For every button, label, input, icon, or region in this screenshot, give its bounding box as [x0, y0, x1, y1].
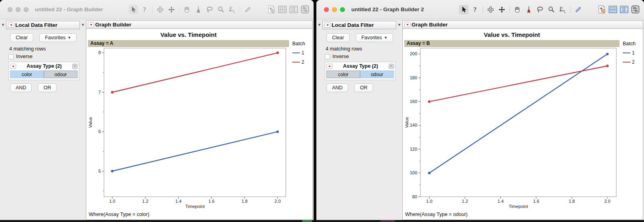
clear-button[interactable]: Clear — [10, 33, 33, 42]
grabber-tool[interactable] — [513, 5, 522, 14]
data-table-button[interactable] — [608, 5, 618, 14]
red-triangle-menu-icon[interactable] — [326, 64, 332, 69]
close-icon[interactable]: ✕ — [389, 64, 394, 69]
plot-area[interactable]: 56781.01.21.41.61.82.0Value — [88, 47, 289, 204]
titlebar[interactable]: untitled 22 - Graph Builder 2 — [316, 0, 644, 19]
crosshair-tool[interactable] — [558, 5, 567, 14]
help-tool[interactable] — [470, 5, 480, 14]
selection-tool[interactable] — [486, 5, 495, 14]
toolbar-separator — [179, 6, 179, 13]
filter-body: Clear Favorites▼ 4 matching rows Inverse… — [322, 29, 396, 96]
filter-value-odour[interactable]: odour — [360, 71, 394, 78]
move-tool[interactable] — [167, 5, 176, 14]
legend-item[interactable]: 1 — [292, 50, 312, 56]
pencil-icon — [575, 6, 582, 13]
grabber-tool[interactable] — [182, 5, 192, 14]
minimize-button[interactable] — [16, 7, 20, 12]
filter-panel-title: Local Data Filter — [15, 22, 57, 28]
filter-value-color[interactable]: color — [326, 71, 360, 78]
red-triangle-menu-icon[interactable] — [324, 22, 330, 28]
plot-area[interactable]: 801001201401601802001.01.21.41.61.82.0Va… — [404, 47, 620, 204]
lasso-tool[interactable] — [535, 5, 545, 14]
legend-title: Batch — [292, 41, 312, 46]
legend-line-swatch — [292, 62, 300, 63]
crosshair-tool[interactable] — [227, 5, 237, 14]
local-data-filter-panel: Local Data Filter Clear Favorites▼ 4 mat… — [6, 21, 80, 220]
toolbar-separator — [509, 6, 510, 13]
toolbar — [128, 5, 314, 14]
window-title: untitled 22 - Graph Builder — [35, 6, 103, 12]
legend-item[interactable]: 2 — [623, 59, 642, 65]
zoom-button[interactable] — [340, 7, 345, 12]
selection-tool[interactable] — [155, 5, 165, 14]
columns-viewer-button[interactable] — [289, 5, 298, 14]
chart-title: Value vs. Timepoint — [88, 30, 289, 39]
close-button[interactable] — [324, 7, 329, 12]
collapse-triangle-icon[interactable]: ▼ — [318, 23, 321, 220]
annotate-tool[interactable] — [573, 5, 583, 14]
red-triangle-menu-icon[interactable] — [8, 22, 14, 28]
matching-rows-text: 4 matching rows — [326, 46, 396, 52]
filter-value-odour[interactable]: odour — [44, 71, 77, 78]
graph-panel-title: Graph Builder — [95, 22, 131, 28]
svg-text:1.0: 1.0 — [426, 199, 432, 204]
preferences-button[interactable] — [300, 5, 310, 14]
filter-collapse-gutter: ▼ — [0, 21, 6, 220]
annotate-tool[interactable] — [243, 5, 253, 14]
arrow-tool[interactable] — [128, 5, 138, 14]
background-desktop-strip — [0, 220, 644, 222]
inverse-checkbox[interactable] — [8, 54, 14, 59]
magnifier-tool[interactable] — [546, 5, 556, 14]
graph-body: Value vs. Timepoint Assay = B 8010012014… — [403, 29, 643, 220]
minimize-button[interactable] — [332, 7, 337, 12]
red-triangle-menu-icon[interactable] — [88, 22, 94, 27]
close-button[interactable] — [8, 7, 12, 12]
collapse-triangle-icon[interactable]: ▼ — [81, 23, 85, 220]
red-triangle-menu-icon[interactable] — [404, 22, 410, 27]
favorites-button[interactable]: Favorites▼ — [39, 33, 77, 42]
data-table-icon — [608, 5, 618, 14]
graph-panel-header: Graph Builder — [86, 20, 313, 29]
data-table-button[interactable] — [277, 5, 287, 14]
svg-text:1.0: 1.0 — [109, 199, 115, 204]
brush-icon — [525, 6, 532, 13]
zoom-button[interactable] — [24, 7, 29, 12]
journal-button[interactable] — [266, 5, 276, 14]
panel-label-bar: Assay = A — [88, 40, 289, 47]
legend: Batch 1 2 — [620, 30, 642, 210]
favorites-button[interactable]: Favorites▼ — [356, 33, 393, 42]
arrow-tool[interactable] — [459, 5, 469, 14]
preferences-button[interactable] — [630, 5, 640, 14]
filter-value-color[interactable]: color — [10, 71, 44, 78]
lasso-icon — [536, 6, 544, 13]
or-button[interactable]: OR — [38, 83, 57, 92]
question-icon — [141, 6, 148, 13]
svg-text:1.8: 1.8 — [241, 199, 247, 204]
graph-panel-title: Graph Builder — [412, 22, 448, 28]
svg-text:5: 5 — [98, 169, 101, 174]
svg-text:1.4: 1.4 — [175, 199, 181, 204]
magnifier-tool[interactable] — [216, 5, 226, 14]
columns-viewer-button[interactable] — [619, 5, 629, 14]
help-tool[interactable] — [140, 5, 149, 14]
collapse-triangle-icon[interactable]: ▼ — [397, 23, 401, 220]
red-triangle-menu-icon[interactable] — [10, 64, 16, 69]
close-icon[interactable]: ✕ — [72, 64, 77, 69]
legend-item[interactable]: 1 — [623, 50, 642, 56]
legend-line-swatch — [623, 52, 630, 54]
inverse-checkbox[interactable] — [325, 54, 330, 59]
clear-button[interactable]: Clear — [326, 33, 350, 42]
svg-text:Value: Value — [88, 117, 93, 128]
magnifier-icon — [217, 6, 224, 13]
brush-tool[interactable] — [524, 5, 534, 14]
brush-tool[interactable] — [194, 5, 203, 14]
and-button[interactable]: AND — [326, 83, 348, 92]
and-button[interactable]: AND — [10, 83, 32, 92]
journal-button[interactable] — [597, 5, 606, 14]
move-tool[interactable] — [497, 5, 507, 14]
legend-item[interactable]: 2 — [292, 59, 312, 65]
collapse-triangle-icon[interactable]: ▼ — [1, 23, 5, 220]
titlebar[interactable]: untitled 22 - Graph Builder — [0, 0, 314, 19]
lasso-tool[interactable] — [205, 5, 214, 14]
or-button[interactable]: OR — [354, 83, 373, 92]
